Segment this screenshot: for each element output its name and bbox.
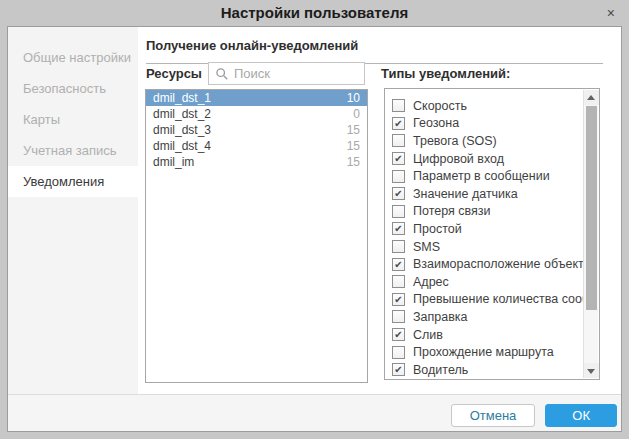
dialog-titlebar: Настройки пользователя × [0, 0, 629, 26]
checkbox[interactable] [392, 99, 405, 112]
scrollbar[interactable] [583, 90, 598, 378]
notification-type-row[interactable]: Адрес [385, 273, 599, 291]
notification-type-label: Взаиморасположение объекто [413, 257, 591, 271]
notification-type-label: SMS [413, 240, 440, 254]
resource-name: dmil_im [153, 154, 194, 170]
notification-type-label: Простой [413, 222, 462, 236]
sidebar-item-label: Карты [23, 112, 60, 127]
checkbox[interactable] [392, 240, 405, 253]
notification-type-row[interactable]: ✔ Взаиморасположение объекто [385, 255, 599, 273]
notification-type-row[interactable]: SMS [385, 238, 599, 256]
checkbox[interactable]: ✔ [392, 187, 405, 200]
resource-count: 15 [347, 154, 360, 170]
dialog-footer: Отмена ОК [8, 394, 621, 431]
notification-type-row[interactable]: ✔ Цифровой вход [385, 150, 599, 168]
cancel-button[interactable]: Отмена [451, 404, 536, 427]
resource-count: 15 [347, 138, 360, 154]
checkbox[interactable]: ✔ [392, 222, 405, 235]
notification-type-row[interactable]: Скорость [385, 97, 599, 115]
notification-type-label: Прохождение маршрута [413, 345, 554, 359]
notification-types-list: Скорость ✔ Геозона Тревога (SOS) ✔ Цифро… [384, 88, 600, 380]
content-area: Получение онлайн-уведомлений Ресурсы Тип… [138, 27, 621, 394]
sidebar-item[interactable]: Общие настройки [8, 42, 138, 73]
resource-count: 0 [353, 106, 360, 122]
ok-button[interactable]: ОК [545, 404, 617, 427]
notification-type-row[interactable]: Потеря связи [385, 203, 599, 221]
checkbox[interactable]: ✔ [392, 152, 405, 165]
resource-row[interactable]: dmil_dst_3 15 [146, 122, 367, 138]
notification-type-label: Слив [413, 328, 443, 342]
dialog-panel: Общие настройкиБезопасностьКартыУчетная … [7, 26, 622, 432]
resource-count: 15 [347, 122, 360, 138]
sidebar-item[interactable]: Карты [8, 104, 138, 135]
notification-type-row[interactable]: ✔ Простой [385, 220, 599, 238]
resource-name: dmil_dst_2 [153, 106, 211, 122]
sidebar: Общие настройкиБезопасностьКартыУчетная … [8, 27, 138, 394]
resources-label: Ресурсы [146, 66, 202, 81]
notification-type-label: Заправка [413, 310, 468, 324]
notification-type-row[interactable]: Тревога (SOS) [385, 132, 599, 150]
checkbox[interactable] [392, 170, 405, 183]
notification-type-row[interactable]: ✔ Значение датчика [385, 185, 599, 203]
checkbox[interactable]: ✔ [392, 117, 405, 130]
resource-row[interactable]: dmil_dst_1 10 [146, 90, 367, 106]
checkbox[interactable]: ✔ [392, 363, 405, 376]
checkbox[interactable] [392, 275, 405, 288]
notification-type-label: Значение датчика [413, 187, 518, 201]
search-icon [215, 67, 229, 81]
notification-type-row[interactable]: ✔ Превышение количества сооб [385, 291, 599, 309]
checkbox[interactable] [392, 205, 405, 218]
resource-name: dmil_dst_1 [153, 90, 211, 106]
sidebar-item[interactable]: Уведомления [8, 166, 138, 197]
sidebar-item-label: Учетная запись [23, 143, 117, 158]
checkbox[interactable]: ✔ [392, 328, 405, 341]
resource-name: dmil_dst_3 [153, 122, 211, 138]
notification-type-row[interactable]: Прохождение маршрута [385, 343, 599, 361]
page-title: Получение онлайн-уведомлений [146, 38, 358, 53]
notification-type-row[interactable]: ✔ Геозона [385, 115, 599, 133]
dialog-title: Настройки пользователя [0, 0, 629, 26]
close-icon[interactable]: × [607, 0, 615, 26]
sidebar-item-label: Уведомления [23, 174, 104, 189]
checkbox[interactable] [392, 346, 405, 359]
checkbox[interactable]: ✔ [392, 258, 405, 271]
notification-type-label: Геозона [413, 116, 459, 130]
scroll-down-icon[interactable] [584, 363, 599, 378]
notification-type-label: Цифровой вход [413, 152, 504, 166]
notification-type-row[interactable]: ✔ Слив [385, 326, 599, 344]
search-input[interactable] [229, 63, 364, 84]
notification-type-label: Водитель [413, 363, 468, 377]
resource-count: 10 [347, 90, 360, 106]
sidebar-item-label: Безопасность [23, 81, 106, 96]
checkbox[interactable] [392, 310, 405, 323]
notification-type-label: Тревога (SOS) [413, 134, 497, 148]
resource-name: dmil_dst_4 [153, 138, 211, 154]
notification-type-row[interactable]: ✔ Водитель [385, 361, 599, 379]
notification-type-label: Скорость [413, 99, 467, 113]
notification-types-label: Типы уведомлений: [381, 66, 510, 81]
notification-type-row[interactable]: Параметр в сообщении [385, 167, 599, 185]
notification-type-label: Параметр в сообщении [413, 169, 550, 183]
notification-type-label: Потеря связи [413, 204, 490, 218]
checkbox[interactable]: ✔ [392, 293, 405, 306]
scrollbar-thumb[interactable] [586, 106, 597, 310]
resource-row[interactable]: dmil_dst_4 15 [146, 138, 367, 154]
sidebar-item[interactable]: Учетная запись [8, 135, 138, 166]
notification-type-label: Адрес [413, 275, 449, 289]
resource-row[interactable]: dmil_im 15 [146, 154, 367, 170]
notification-type-label: Превышение количества сооб [413, 292, 589, 306]
checkbox[interactable] [392, 134, 405, 147]
sidebar-item-label: Общие настройки [23, 50, 131, 65]
resource-list: dmil_dst_1 10 dmil_dst_2 0 dmil_dst_3 15… [145, 89, 368, 383]
search-box [208, 62, 365, 85]
resource-row[interactable]: dmil_dst_2 0 [146, 106, 367, 122]
notification-type-row[interactable]: Заправка [385, 308, 599, 326]
sidebar-item[interactable]: Безопасность [8, 73, 138, 104]
scroll-up-icon[interactable] [584, 90, 599, 105]
